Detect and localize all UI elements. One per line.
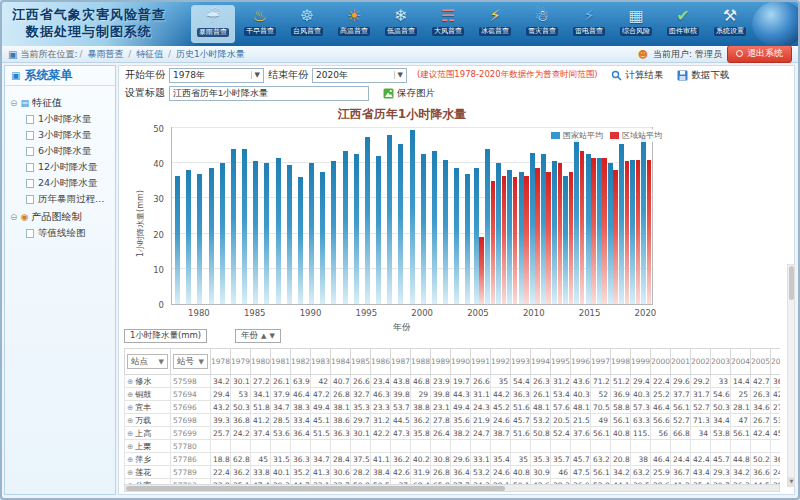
year-column-header[interactable]: 1982	[291, 349, 311, 375]
year-column-header[interactable]: 1997	[591, 349, 611, 375]
expand-icon[interactable]: ⊕	[127, 390, 133, 399]
year-filter-dropdown[interactable]: 年份 ▲ ▼	[235, 329, 281, 343]
year-column-header[interactable]: 2004	[731, 349, 751, 375]
toolbar-item-map-review[interactable]: ✔图件审核	[661, 5, 705, 43]
expand-icon[interactable]: ⊕	[127, 429, 133, 438]
toolbar-item-low-temp[interactable]: ❄低温普查	[379, 5, 423, 43]
y-axis: 01020304050	[135, 127, 168, 305]
year-column-header[interactable]: 2000	[651, 349, 671, 375]
expand-icon[interactable]: ⊕	[127, 377, 133, 386]
bar-national-2008	[507, 170, 512, 304]
toolbar-item-drought[interactable]: ♨干旱普查	[238, 5, 282, 43]
value-cell: 45	[251, 453, 271, 466]
expand-icon[interactable]: ⊕	[127, 416, 133, 425]
year-column-header[interactable]: 1999	[631, 349, 651, 375]
year-column-header[interactable]: 1987	[391, 349, 411, 375]
year-column-header[interactable]: 2003	[711, 349, 731, 375]
year-column-header[interactable]: 1990	[451, 349, 471, 375]
breadcrumb-item[interactable]: 暴雨普查	[87, 49, 123, 59]
year-column-header[interactable]: 1994	[531, 349, 551, 375]
sidebar-item[interactable]: 3小时降水量	[26, 129, 112, 142]
table-scroll-region[interactable]: 站点▼站号▼1978197919801981198219831984198519…	[124, 348, 780, 484]
station-cell[interactable]: ⊕上栗	[125, 440, 171, 453]
toolbar-item-rainstorm[interactable]: ☔暴雨普查	[191, 5, 235, 43]
station-cell[interactable]: ⊕萍乡	[125, 453, 171, 466]
year-column-header[interactable]: 1995	[551, 349, 571, 375]
sidebar-item[interactable]: 1小时降水量	[26, 113, 112, 126]
year-column-header[interactable]: 1979	[231, 349, 251, 375]
year-column-header[interactable]: 2002	[691, 349, 711, 375]
toolbar-item-typhoon[interactable]: ☸台风普查	[285, 5, 329, 43]
calculate-button[interactable]: 计算结果	[611, 69, 663, 82]
toolbar-item-settings[interactable]: ⚒系统设置	[708, 5, 752, 43]
station-cell[interactable]: ⊕修水	[125, 375, 171, 388]
start-year-select[interactable]: 1978年 ▼	[169, 68, 264, 83]
year-column-header[interactable]: 2001	[671, 349, 691, 375]
download-button[interactable]: 数据下载	[677, 69, 729, 82]
toolbar-item-snow[interactable]: ☃雪灾普查	[520, 5, 564, 43]
year-column-header[interactable]: 1978	[211, 349, 231, 375]
toolbar-item-composite-risk[interactable]: ▦综合风险	[614, 5, 658, 43]
app-window: 江西省气象灾害风险普查 数据处理与制图系统 ☔暴雨普查♨干旱普查☸台风普查☀高温…	[0, 0, 800, 500]
expand-icon[interactable]: ⊕	[127, 468, 133, 477]
collapse-icon[interactable]: ⊖	[10, 98, 18, 108]
year-column-header[interactable]: 1996	[571, 349, 591, 375]
toolbar-item-lightning[interactable]: ⚡雷电普查	[567, 5, 611, 43]
horizontal-scrollbar[interactable]	[124, 484, 780, 492]
collapse-icon[interactable]: ⊖	[10, 212, 18, 222]
year-column-header[interactable]: 1981	[271, 349, 291, 375]
year-column-header[interactable]: 1998	[611, 349, 631, 375]
expand-icon[interactable]: ⊕	[127, 403, 133, 412]
breadcrumb-item[interactable]: 特征值	[136, 49, 163, 59]
toolbar-item-hail[interactable]: ⚡冰雹普查	[473, 5, 517, 43]
year-column-header[interactable]: 2005	[751, 349, 771, 375]
vertical-scrollbar[interactable]: ▼	[787, 264, 795, 487]
sidebar-item[interactable]: 历年暴雨过程平均雨量	[26, 193, 112, 206]
year-column-header[interactable]: 1989	[431, 349, 451, 375]
col-station-id-box[interactable]: 站号▼	[173, 354, 208, 369]
toolbar-item-high-temp[interactable]: ☀高温普查	[332, 5, 376, 43]
bar-national-1986	[264, 163, 269, 304]
year-column-header[interactable]: 1980	[251, 349, 271, 375]
sidebar-group-1[interactable]: ⊖◉产品图绘制	[10, 210, 112, 224]
sidebar-item[interactable]: 6小时降水量	[26, 145, 112, 158]
breadcrumb-item[interactable]: 历史1小时降水量	[176, 49, 245, 59]
year-column-header[interactable]: 1993	[511, 349, 531, 375]
year-column-header[interactable]: 1991	[471, 349, 491, 375]
value-cell	[551, 440, 571, 453]
station-cell[interactable]: ⊕万载	[125, 414, 171, 427]
value-cell: 26.6	[471, 375, 491, 388]
year-column-header[interactable]: 1986	[371, 349, 391, 375]
sidebar-item[interactable]: 等值线绘图	[26, 227, 112, 240]
station-cell[interactable]: ⊕莲花	[125, 466, 171, 479]
bar-national-2006	[485, 149, 490, 304]
value-cell: 21.9	[471, 414, 491, 427]
value-cell: 27.8	[431, 414, 451, 427]
station-cell[interactable]: ⊕宜丰	[125, 401, 171, 414]
toolbar-item-gale[interactable]: ☴大风普查	[426, 5, 470, 43]
bar-regional-2019	[636, 160, 641, 304]
col-station-box[interactable]: 站点▼	[127, 354, 168, 369]
year-column-header[interactable]: 2006	[771, 349, 781, 375]
value-cell: 53	[231, 388, 251, 401]
expand-icon[interactable]: ⊕	[127, 442, 133, 451]
year-column-header[interactable]: 1985	[351, 349, 371, 375]
year-column-header[interactable]: 1983	[311, 349, 331, 375]
bar-national-2001	[432, 151, 437, 304]
station-cell[interactable]: ⊕铜鼓	[125, 388, 171, 401]
sidebar-group-0[interactable]: ⊖▤特征值	[10, 96, 112, 110]
sidebar-item[interactable]: 12小时降水量	[26, 161, 112, 174]
horizontal-scrollbar-thumb[interactable]	[126, 486, 505, 491]
logout-button[interactable]: 退出系统	[727, 45, 792, 63]
expand-icon[interactable]: ⊕	[127, 455, 133, 464]
vertical-scrollbar-thumb[interactable]	[789, 266, 794, 300]
year-column-header[interactable]: 1988	[411, 349, 431, 375]
year-column-header[interactable]: 1984	[331, 349, 351, 375]
year-column-header[interactable]: 1992	[491, 349, 511, 375]
station-cell[interactable]: ⊕上高	[125, 427, 171, 440]
sidebar-item[interactable]: 24小时降水量	[26, 177, 112, 190]
chart-title-input[interactable]	[169, 86, 369, 101]
save-image-button[interactable]: 保存图片	[383, 87, 435, 100]
end-year-select[interactable]: 2020年 ▼	[312, 68, 407, 83]
scroll-down-arrow[interactable]: ▼	[788, 477, 795, 486]
